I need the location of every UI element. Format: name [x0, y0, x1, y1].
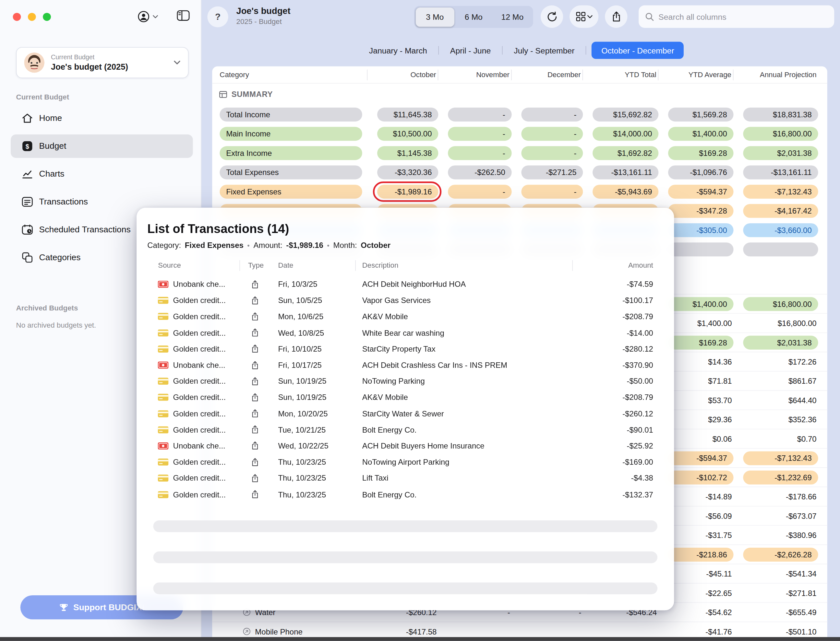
value-pill[interactable]: -$262.50: [448, 165, 512, 179]
value-pill[interactable]: -$7,132.43: [743, 451, 818, 465]
budget-selector[interactable]: Current Budget Joe's budget (2025): [16, 47, 189, 78]
transaction-row[interactable]: Golden credit...Sun, 10/5/25Vapor Gas Se…: [153, 292, 657, 309]
budget-row-mobile-phone[interactable]: Mobile Phone-$417.58-$41.76-$501.10: [212, 622, 827, 637]
transaction-row[interactable]: Unobank che...Fri, 10/3/25ACH Debit Neig…: [153, 276, 657, 292]
value-pill[interactable]: $10,500.00: [377, 127, 438, 141]
value-pill[interactable]: -$594.37: [668, 185, 733, 199]
value-pill[interactable]: $18,831.38: [743, 108, 818, 122]
value-pill[interactable]: -: [448, 146, 512, 160]
share-icon[interactable]: [251, 312, 259, 321]
budget-row-extra-income[interactable]: Extra Income$1,145.38--$1,692.82$169.28$…: [212, 143, 827, 163]
transaction-row[interactable]: Golden credit...Thu, 10/23/25NoTowing Ai…: [153, 454, 657, 470]
value-pill[interactable]: -$5,943.69: [593, 185, 658, 199]
range-segment-3-mo[interactable]: 3 Mo: [415, 7, 454, 26]
value-pill[interactable]: -: [521, 127, 583, 141]
share-icon[interactable]: [251, 280, 259, 289]
budget-row-total-expenses[interactable]: Total Expenses-$3,320.36-$262.50-$271.25…: [212, 163, 827, 182]
value-pill[interactable]: -: [448, 108, 512, 122]
value-pill[interactable]: -$1,096.76: [668, 165, 733, 179]
value-pill[interactable]: -$13,161.11: [743, 165, 818, 179]
value-pill[interactable]: -$2,626.28: [743, 548, 818, 561]
share-icon[interactable]: [251, 457, 259, 467]
value-pill[interactable]: -$3,320.36: [377, 165, 438, 179]
value-pill[interactable]: -$347.28: [668, 204, 733, 218]
toggle-sidebar-button[interactable]: [177, 10, 190, 21]
value-pill[interactable]: -$3,660.00: [743, 223, 818, 237]
value-pill[interactable]: $169.28: [668, 335, 733, 349]
value-pill[interactable]: [743, 242, 818, 256]
value-pill[interactable]: $1,692.82: [593, 146, 658, 160]
category-pill[interactable]: Main Income: [220, 127, 362, 141]
quarter-tab-july-september[interactable]: July - September: [503, 42, 586, 59]
quarter-tab-october-december[interactable]: October - December: [591, 42, 684, 59]
share-icon[interactable]: [251, 328, 259, 337]
transaction-row[interactable]: Golden credit...Thu, 10/23/25Lift Taxi-$…: [153, 470, 657, 486]
export-button[interactable]: [605, 5, 627, 28]
transaction-row[interactable]: Golden credit...Fri, 10/10/25StarCity Pr…: [153, 341, 657, 357]
transaction-row[interactable]: Golden credit...Mon, 10/20/25StarCity Wa…: [153, 406, 657, 422]
transaction-row[interactable]: Golden credit...Sun, 10/19/25AK&V Mobile…: [153, 390, 657, 406]
value-pill[interactable]: -$7,132.43: [743, 185, 818, 199]
transaction-row[interactable]: Golden credit...Wed, 10/8/25White Bear c…: [153, 325, 657, 341]
value-pill[interactable]: [668, 242, 733, 256]
layout-button[interactable]: [570, 5, 598, 28]
transaction-row[interactable]: Golden credit...Mon, 10/6/25AK&V Mobile-…: [153, 309, 657, 325]
transaction-row[interactable]: Golden credit...Tue, 10/21/25Bolt Energy…: [153, 422, 657, 438]
sidebar-item-charts[interactable]: Charts: [11, 163, 193, 186]
category-pill[interactable]: Extra Income: [220, 146, 362, 160]
help-button[interactable]: ?: [207, 6, 228, 27]
value-pill[interactable]: $14,000.00: [593, 127, 658, 141]
share-icon[interactable]: [251, 474, 259, 483]
quarter-tab-january-march[interactable]: January - March: [358, 42, 438, 59]
share-icon[interactable]: [251, 345, 259, 354]
category-pill[interactable]: Fixed Expenses: [220, 185, 362, 199]
quarter-tab-april-june[interactable]: April - June: [439, 42, 502, 59]
value-pill[interactable]: $2,031.38: [743, 146, 818, 160]
value-pill[interactable]: $1,569.28: [668, 108, 733, 122]
sidebar-item-budget[interactable]: $Budget: [11, 134, 193, 158]
value-pill[interactable]: $1,400.00: [668, 127, 733, 141]
budget-row-main-income[interactable]: Main Income$10,500.00--$14,000.00$1,400.…: [212, 124, 827, 143]
value-pill[interactable]: -: [521, 146, 583, 160]
value-pill[interactable]: $1,400.00: [668, 297, 733, 311]
range-segment-12-mo[interactable]: 12 Mo: [493, 7, 531, 26]
value-pill[interactable]: $11,645.38: [377, 108, 438, 122]
share-icon[interactable]: [251, 490, 259, 499]
share-icon[interactable]: [251, 377, 259, 386]
transaction-row[interactable]: Golden credit...Thu, 10/23/25Bolt Energy…: [153, 486, 657, 502]
value-pill[interactable]: -: [448, 127, 512, 141]
zoom-button[interactable]: [43, 13, 51, 21]
value-pill[interactable]: -: [448, 185, 512, 199]
minimize-button[interactable]: [28, 13, 36, 21]
share-icon[interactable]: [251, 296, 259, 305]
value-pill[interactable]: $1,145.38: [377, 146, 438, 160]
value-pill[interactable]: -$1,989.16: [377, 185, 438, 199]
value-pill[interactable]: $169.28: [668, 146, 733, 160]
value-pill[interactable]: -: [521, 185, 583, 199]
value-pill[interactable]: -$218.86: [668, 548, 733, 561]
value-pill[interactable]: -$305.00: [668, 223, 733, 237]
value-pill[interactable]: $16,800.00: [743, 297, 818, 311]
share-icon[interactable]: [251, 409, 259, 418]
sync-button[interactable]: [541, 5, 563, 28]
share-icon[interactable]: [251, 393, 259, 402]
range-segment-6-mo[interactable]: 6 Mo: [454, 7, 493, 26]
close-button[interactable]: [13, 13, 21, 21]
transaction-row[interactable]: Unobank che...Wed, 10/22/25ACH Debit Buy…: [153, 438, 657, 454]
budget-row-total-income[interactable]: Total Income$11,645.38--$15,692.82$1,569…: [212, 105, 827, 124]
value-pill[interactable]: $15,692.82: [593, 108, 658, 122]
value-pill[interactable]: -$13,161.11: [593, 165, 658, 179]
transaction-row[interactable]: Golden credit...Sun, 10/19/25NoTowing Pa…: [153, 373, 657, 390]
profile-button[interactable]: [137, 10, 158, 23]
budget-row-fixed-expenses[interactable]: Fixed Expenses-$1,989.16---$5,943.69-$59…: [212, 182, 827, 201]
transaction-row[interactable]: Unobank che...Fri, 10/17/25ACH Debit Cra…: [153, 357, 657, 373]
share-icon[interactable]: [251, 441, 259, 451]
value-pill[interactable]: -$271.25: [521, 165, 583, 179]
value-pill[interactable]: -: [521, 108, 583, 122]
share-icon[interactable]: [251, 361, 259, 370]
value-pill[interactable]: -$594.37: [668, 451, 733, 465]
value-pill[interactable]: $2,031.38: [743, 335, 818, 349]
value-pill[interactable]: -$1,232.69: [743, 470, 818, 484]
category-pill[interactable]: Total Income: [220, 108, 362, 122]
category-pill[interactable]: Total Expenses: [220, 165, 362, 179]
